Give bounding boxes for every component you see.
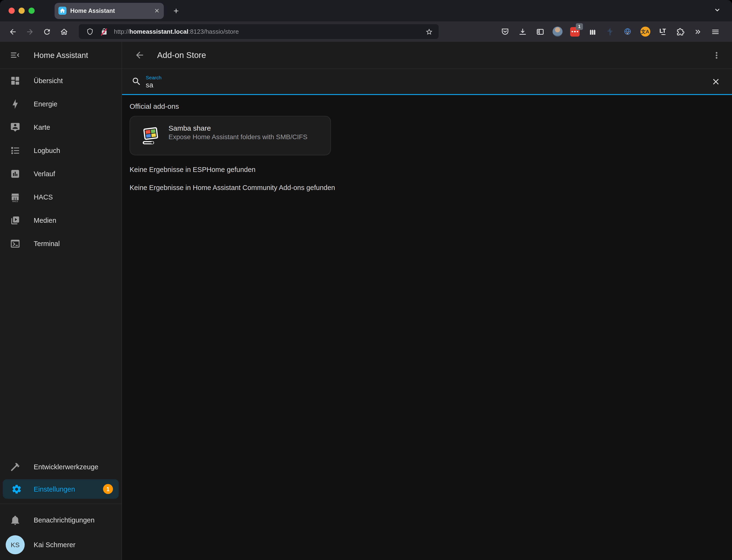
extension-with-badge-icon[interactable]: 1 <box>570 26 580 37</box>
no-results-esphome: Keine Ergebnisse in ESPHome gefunden <box>130 166 724 173</box>
sidebar-spacer <box>0 255 122 455</box>
sidebar-item-benachrichtigungen[interactable]: Benachrichtigungen <box>0 509 122 532</box>
home-assistant-favicon-icon <box>58 7 66 15</box>
overflow-menu-icon[interactable] <box>712 50 722 60</box>
forward-icon[interactable] <box>22 24 38 40</box>
url-text: http://homeassistant.local:8123/hassio/s… <box>114 28 423 35</box>
menu-hamburger-icon[interactable] <box>710 26 721 37</box>
dashboard-icon <box>0 75 30 86</box>
home-assistant-app: Home Assistant Übersicht Energie Karte <box>0 42 732 560</box>
overflow-chevron-icon[interactable] <box>693 26 703 37</box>
search-value: sa <box>146 81 711 89</box>
extensions-puzzle-icon[interactable] <box>675 26 685 37</box>
languagetool-extension-icon[interactable]: LT~~~ <box>657 26 668 37</box>
sidebar-user-profile[interactable]: KS Kai Schmerer <box>0 532 122 558</box>
gear-icon <box>3 484 30 494</box>
back-icon[interactable] <box>5 24 21 40</box>
windows-logo-icon <box>142 127 161 145</box>
sidebar-item-terminal[interactable]: Terminal <box>0 232 122 255</box>
insecure-connection-lock-icon[interactable] <box>98 25 110 38</box>
sidebar-item-medien[interactable]: Medien <box>0 209 122 232</box>
sidebar-item-hacs[interactable]: HACS HACS <box>0 185 122 209</box>
translate-glyph: 文A <box>640 27 650 37</box>
sidebar-title: Home Assistant <box>34 51 88 60</box>
clear-search-icon[interactable] <box>711 77 721 86</box>
web-translate-extension-icon[interactable] <box>622 26 633 37</box>
search-bar[interactable]: Search sa <box>122 69 732 95</box>
sidebar-item-entwicklerwerkzeuge[interactable]: Entwicklerwerkzeuge <box>0 455 122 478</box>
terminal-console-icon <box>0 238 30 249</box>
window-minimize-button[interactable] <box>19 8 25 14</box>
user-avatar: KS <box>6 535 25 554</box>
addon-card-samba-share[interactable]: Samba share Expose Home Assistant folder… <box>130 116 331 155</box>
disabled-extension-icon[interactable] <box>605 26 615 37</box>
browser-tab-bar: Home Assistant <box>0 0 732 21</box>
page-title: Add-on Store <box>157 50 206 60</box>
logbook-list-icon <box>0 145 30 156</box>
window-controls <box>9 8 35 14</box>
url-bar[interactable]: http://homeassistant.local:8123/hassio/s… <box>79 24 438 39</box>
tracking-protection-shield-icon[interactable] <box>84 25 96 38</box>
addon-description: Expose Home Assistant folders with SMB/C… <box>169 133 308 141</box>
downloads-icon[interactable] <box>517 26 528 37</box>
browser-window: Home Assistant <box>0 0 732 560</box>
new-tab-button[interactable] <box>170 5 182 16</box>
toolbar-extensions-area: 1 文A LT~~~ <box>500 26 727 37</box>
sidebar-divider <box>0 503 122 504</box>
sidebar-item-einstellungen[interactable]: Einstellungen 1 <box>3 479 119 499</box>
bell-icon <box>0 515 30 525</box>
browser-toolbar: http://homeassistant.local:8123/hassio/s… <box>0 21 732 42</box>
back-arrow-icon[interactable] <box>134 50 145 60</box>
profile-avatar[interactable] <box>552 27 562 37</box>
search-floating-label: Search <box>146 74 711 81</box>
home-icon[interactable] <box>56 24 72 40</box>
addon-meta: Samba share Expose Home Assistant folder… <box>169 124 308 141</box>
fence-extension-icon[interactable] <box>587 26 598 37</box>
tab-close-icon[interactable] <box>154 8 160 14</box>
sidebar-item-uebersicht[interactable]: Übersicht <box>0 69 122 92</box>
search-results: Official add-ons <box>122 95 732 560</box>
page-header: Add-on Store <box>122 42 732 69</box>
lightning-bolt-icon <box>0 99 30 109</box>
user-name: Kai Schmerer <box>34 541 76 549</box>
sidebar-item-energie[interactable]: Energie <box>0 92 122 115</box>
media-play-box-icon <box>0 215 30 225</box>
extension-badge: 1 <box>576 23 583 30</box>
no-results-community: Keine Ergebnisse in Home Assistant Commu… <box>130 184 724 191</box>
addon-name: Samba share <box>169 124 308 132</box>
tab-list-chevron-icon[interactable] <box>713 6 722 14</box>
browser-tab[interactable]: Home Assistant <box>55 3 164 19</box>
pocket-icon[interactable] <box>500 26 510 37</box>
sidebar-item-karte[interactable]: Karte <box>0 115 122 139</box>
hacs-store-icon: HACS <box>0 192 30 202</box>
reload-icon[interactable] <box>39 24 55 40</box>
sidebar-item-verlauf[interactable]: Verlauf <box>0 162 122 185</box>
section-title: Official add-ons <box>130 102 724 110</box>
hammer-icon <box>0 461 30 472</box>
svg-text:HACS: HACS <box>12 200 18 202</box>
search-input[interactable]: Search sa <box>146 74 711 89</box>
chart-box-icon <box>0 168 30 179</box>
sidebar-collapse-icon[interactable] <box>0 50 30 60</box>
tab-title: Home Assistant <box>70 7 150 14</box>
sidebar: Home Assistant Übersicht Energie Karte <box>0 42 122 560</box>
window-close-button[interactable] <box>9 8 15 14</box>
main-content: Add-on Store Search sa Official add-o <box>122 42 732 560</box>
translate-extension-icon[interactable]: 文A <box>640 26 650 37</box>
sidebar-header: Home Assistant <box>0 42 122 69</box>
settings-notification-badge: 1 <box>103 484 113 494</box>
sidebar-item-logbuch[interactable]: Logbuch <box>0 139 122 162</box>
window-zoom-button[interactable] <box>28 8 35 14</box>
sidebar-toggle-icon[interactable] <box>535 26 545 37</box>
map-person-icon <box>0 122 30 132</box>
languagetool-glyph: LT~~~ <box>659 28 666 35</box>
search-icon <box>132 76 142 86</box>
bookmark-star-icon[interactable] <box>425 28 433 35</box>
